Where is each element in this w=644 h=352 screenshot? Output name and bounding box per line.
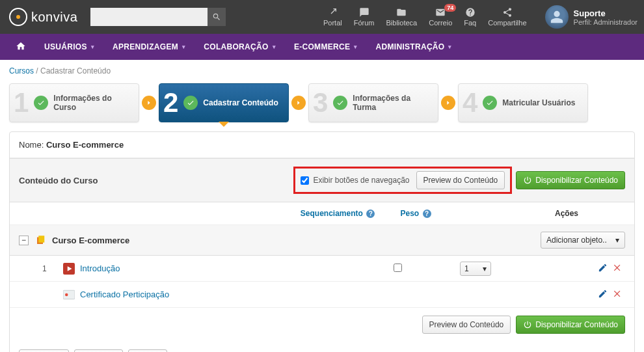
certificate-icon: [63, 289, 75, 301]
show-nav-checkbox[interactable]: [301, 176, 309, 185]
arrow-right-icon: [142, 96, 156, 110]
nav-home[interactable]: [7, 41, 35, 53]
step-label: Informações do Curso: [53, 94, 132, 113]
item-label[interactable]: Introdução: [80, 264, 120, 273]
breadcrumb-root[interactable]: Cursos: [9, 66, 34, 75]
preview-button-top[interactable]: Preview do Conteúdo: [416, 171, 505, 189]
help-icon: [465, 7, 476, 18]
nav-colaboracao[interactable]: COLABORAÇÃO▾: [195, 42, 285, 51]
col-peso[interactable]: Peso ?: [383, 209, 448, 218]
topnav-biblioteca[interactable]: Biblioteca: [381, 5, 423, 29]
delete-button[interactable]: [613, 263, 623, 275]
search-icon: [212, 12, 221, 21]
publish-button-bottom[interactable]: Disponibilizar Conteúdo: [516, 316, 625, 334]
breadcrumb: Cursos / Cadastrar Conteúdo: [0, 60, 644, 82]
wizard-step-3[interactable]: 3 Informações da Turma: [308, 83, 438, 122]
step-number: 4: [463, 89, 477, 116]
wizard-step-4[interactable]: 4 Matricular Usuários: [458, 83, 588, 122]
topnav-compartilhe[interactable]: Compartilhe: [483, 5, 531, 29]
step-label: Matricular Usuários: [502, 98, 575, 107]
step-label: Informações da Turma: [353, 94, 431, 113]
papers-icon: [35, 234, 47, 246]
search-button[interactable]: [208, 8, 226, 26]
collapse-button[interactable]: −: [19, 236, 29, 245]
search-wrap: [90, 8, 226, 26]
user-menu[interactable]: Suporte Perfil: Administrador: [545, 5, 637, 29]
add-object-select[interactable]: Adicionar objeto..▾: [541, 232, 625, 249]
topnav-label: Compartilhe: [488, 19, 526, 27]
home-icon: [16, 41, 26, 51]
power-icon: [523, 320, 532, 329]
content-panel: Nome: Curso E-commerce Conteúdo do Curso…: [9, 131, 635, 352]
check-icon: [183, 96, 198, 110]
external-link-icon: [327, 7, 338, 18]
search-input[interactable]: [90, 8, 208, 26]
show-nav-checkbox-wrap[interactable]: Exibir botões de navegação: [301, 176, 409, 185]
brand-name: konviva: [31, 10, 77, 25]
delete-button[interactable]: [613, 289, 623, 301]
content-item-2: Certificado Perticipação: [10, 282, 634, 308]
edit-button[interactable]: [598, 263, 608, 275]
chevron-down-icon: ▾: [483, 264, 487, 273]
main-nav: USUÁRIOS▾ APRENDIZAGEM▾ COLABORAÇÃO▾ E-C…: [0, 34, 644, 60]
section-header: Conteúdo do Curso Exibir botões de naveg…: [10, 158, 634, 202]
back-button[interactable]: ‹ Retornar: [19, 349, 69, 352]
nav-ecommerce[interactable]: E-COMMERCE▾: [285, 42, 367, 51]
logo[interactable]: konviva: [9, 8, 77, 26]
breadcrumb-current: Cadastrar Conteúdo: [40, 66, 111, 75]
content-item-1: 1 Introdução 1▾: [10, 256, 634, 282]
topnav-label: Faq: [464, 19, 476, 27]
highlight-nav-buttons: Exibir botões de navegação Preview do Co…: [293, 167, 512, 194]
wizard-steps: 1 Informações do Curso 2 Cadastrar Conte…: [0, 82, 644, 131]
col-acoes: Ações: [508, 209, 625, 218]
step-number: 2: [163, 89, 178, 116]
topnav-forum[interactable]: Fórum: [349, 5, 380, 29]
wizard-step-1[interactable]: 1 Informações do Curso: [9, 83, 139, 122]
check-icon: [333, 96, 347, 110]
arrow-right-icon: [291, 96, 306, 110]
edit-button[interactable]: [598, 289, 608, 301]
course-name-row: Nome: Curso E-commerce: [10, 132, 634, 158]
logo-icon: [9, 8, 27, 26]
play-icon: [63, 263, 75, 275]
seq-checkbox[interactable]: [394, 264, 402, 272]
topnav-label: Portal: [323, 19, 342, 27]
step-number: 3: [313, 89, 328, 116]
nav-administracao[interactable]: ADMINISTRAÇÃO▾: [367, 42, 461, 51]
chevron-down-icon: ▾: [273, 44, 276, 50]
check-icon: [34, 96, 48, 110]
item-label[interactable]: Certificado Perticipação: [80, 290, 169, 299]
topnav-correio[interactable]: 74 Correio: [423, 5, 457, 29]
item-order: 1: [42, 264, 58, 273]
course-row: − Curso E-commerce Adicionar objeto..▾: [10, 225, 634, 256]
chevron-down-icon: ▾: [91, 44, 94, 50]
preview-button-bottom[interactable]: Preview do Conteúdo: [422, 316, 511, 334]
nav-aprendizagem[interactable]: APRENDIZAGEM▾: [103, 42, 195, 51]
step-number: 1: [14, 89, 29, 116]
wizard-step-2[interactable]: 2 Cadastrar Conteúdo: [159, 83, 289, 122]
user-icon: [550, 10, 564, 24]
help-icon[interactable]: ?: [366, 210, 375, 218]
publish-button-top[interactable]: Disponibilizar Conteúdo: [516, 171, 625, 189]
arrow-right-icon: [441, 96, 455, 110]
topnav-label: Fórum: [354, 19, 375, 27]
help-icon[interactable]: ?: [423, 210, 431, 218]
col-sequenciamento[interactable]: Sequenciamento ?: [292, 209, 383, 218]
check-icon: [483, 96, 497, 110]
nav-usuarios[interactable]: USUÁRIOS▾: [35, 42, 103, 51]
folder-icon: [396, 7, 407, 18]
courses-button[interactable]: Cursos: [128, 349, 167, 352]
topnav-label: Correio: [429, 19, 452, 27]
peso-select[interactable]: 1▾: [460, 262, 491, 276]
chevron-down-icon: ▾: [615, 236, 619, 245]
avatar: [545, 5, 569, 29]
topnav-faq[interactable]: Faq: [459, 5, 481, 29]
chevron-down-icon: ▾: [354, 44, 357, 50]
topnav-portal[interactable]: Portal: [318, 5, 347, 29]
name-value: Curso E-commerce: [46, 140, 124, 150]
show-nav-label: Exibir botões de navegação: [313, 176, 409, 185]
next-button[interactable]: › Avançar: [74, 349, 122, 352]
bottom-left-buttons: ‹ Retornar › Avançar Cursos: [10, 342, 634, 352]
svg-rect-1: [63, 290, 75, 299]
chevron-down-icon: ▾: [182, 44, 185, 50]
